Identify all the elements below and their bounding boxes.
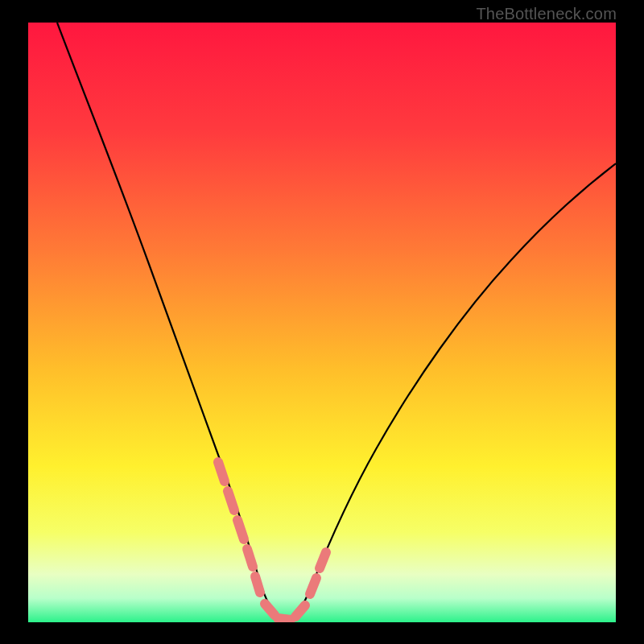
svg-line-9 xyxy=(310,578,316,594)
accent-left xyxy=(218,462,260,592)
svg-line-2 xyxy=(228,491,234,510)
svg-line-4 xyxy=(247,549,253,567)
chart-container: TheBottleneck.com xyxy=(0,0,644,644)
plot-area xyxy=(28,23,616,622)
svg-line-8 xyxy=(295,605,305,617)
accent-floor xyxy=(265,604,305,620)
svg-line-6 xyxy=(265,604,275,615)
svg-line-10 xyxy=(320,552,326,568)
svg-line-5 xyxy=(255,576,260,592)
watermark-text: TheBottleneck.com xyxy=(476,5,617,23)
bottleneck-curve xyxy=(28,23,616,622)
svg-line-1 xyxy=(218,462,225,481)
svg-line-7 xyxy=(278,618,291,620)
accent-right xyxy=(310,552,326,594)
curve-path xyxy=(57,23,616,620)
svg-line-3 xyxy=(237,520,244,539)
